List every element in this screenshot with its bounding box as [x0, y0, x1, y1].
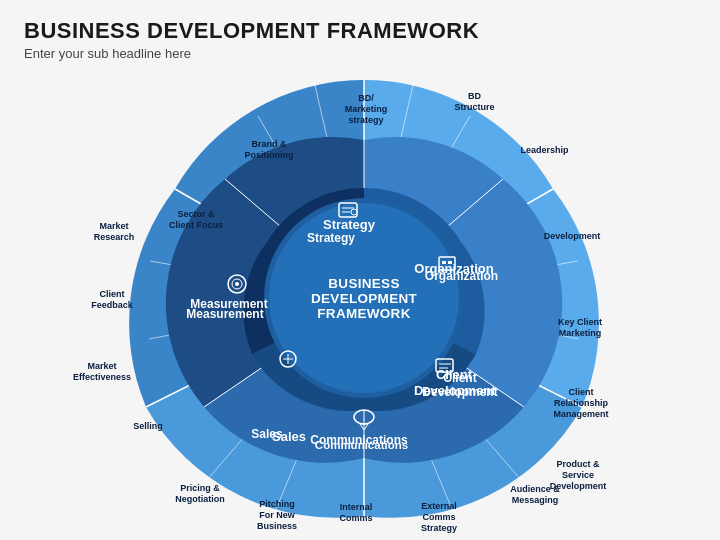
slide: BUSINESS DEVELOPMENT FRAMEWORK Enter you… — [0, 0, 720, 540]
subtitle: Enter your sub headline here — [24, 46, 696, 61]
measurement-icon3 — [235, 282, 239, 286]
org-icon-sq — [442, 261, 446, 264]
title: BUSINESS DEVELOPMENT FRAMEWORK — [24, 18, 696, 44]
org-icon-sq2 — [448, 261, 452, 264]
diagram-area: Strategy Organization ClientDevelopment … — [24, 69, 704, 527]
framework-diagram — [24, 69, 704, 527]
center-circle-inner — [269, 203, 459, 393]
